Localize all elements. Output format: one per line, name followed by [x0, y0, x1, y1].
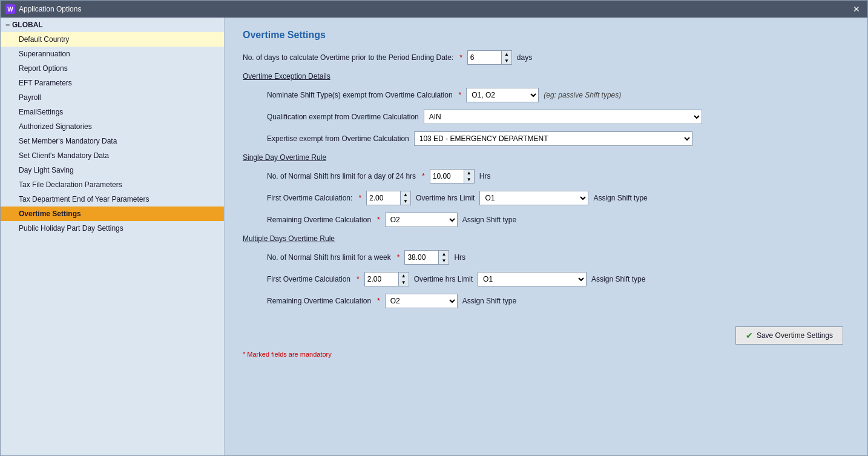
first-overtime-day-required: *: [358, 194, 361, 202]
first-overtime-day-decrement[interactable]: ▼: [401, 198, 410, 205]
normal-hrs-day-label: No. of Normal Shift hrs limit for a day …: [267, 172, 416, 180]
normal-hrs-week-increment[interactable]: ▲: [439, 251, 449, 257]
remaining-overtime-week-assign: Assign Shift type: [462, 297, 516, 305]
collapse-icon: −: [5, 21, 10, 29]
expertise-row: Expertise exempt from Overtime Calculati…: [243, 131, 849, 146]
days-required-marker: *: [459, 53, 462, 62]
remaining-overtime-day-label: Remaining Overtime Calculation: [267, 216, 371, 224]
days-decrement-button[interactable]: ▼: [502, 58, 511, 64]
sidebar-item-overtime-settings[interactable]: Overtime Settings: [1, 207, 224, 221]
first-overtime-day-limit-label: Overtime hrs Limit: [416, 194, 475, 202]
days-label: No. of days to calculate Overtime prior …: [243, 53, 453, 62]
first-overtime-day-increment[interactable]: ▲: [401, 191, 410, 198]
sidebar-item-set-members-mandatory[interactable]: Set Member's Mandatory Data: [1, 134, 224, 148]
sidebar-item-tax-dept-eoy[interactable]: Tax Department End of Year Parameters: [1, 192, 224, 207]
overtime-exception-title: Overtime Exception Details: [243, 72, 849, 81]
first-overtime-day-input[interactable]: 2.00: [367, 191, 400, 205]
save-button-label: Save Overtime Settings: [757, 331, 833, 340]
remaining-overtime-week-label: Remaining Overtime Calculation: [267, 297, 371, 305]
remaining-overtime-week-select[interactable]: O2: [385, 294, 458, 308]
first-overtime-day-row: First Overtime Calculation: * 2.00 ▲ ▼ O…: [243, 191, 849, 205]
first-overtime-week-spinner[interactable]: 2.00 ▲ ▼: [364, 272, 409, 286]
sidebar-item-default-country[interactable]: Default Country: [1, 32, 224, 47]
normal-hrs-day-row: No. of Normal Shift hrs limit for a day …: [243, 169, 849, 183]
sidebar: − GLOBAL Default Country Superannuation …: [1, 18, 225, 455]
first-overtime-week-spinner-buttons: ▲ ▼: [398, 273, 409, 286]
nominate-label: Nominate Shift Type(s) exempt from Overt…: [267, 91, 453, 99]
checkmark-icon: ✔: [746, 331, 753, 340]
sidebar-item-payroll[interactable]: Payroll: [1, 90, 224, 105]
normal-hrs-day-decrement[interactable]: ▼: [464, 176, 474, 183]
days-spinner-buttons: ▲ ▼: [501, 51, 511, 64]
nominate-select[interactable]: O1, O2: [466, 88, 539, 102]
sidebar-item-email-settings[interactable]: EmailSettings: [1, 105, 224, 119]
sidebar-item-authorized-signatories[interactable]: Authorized Signatories: [1, 119, 224, 134]
normal-hrs-day-input[interactable]: 10.00: [430, 170, 464, 183]
app-icon: W: [5, 4, 15, 14]
sidebar-item-day-light-saving[interactable]: Day Light Saving: [1, 163, 224, 177]
normal-hrs-day-unit: Hrs: [479, 172, 491, 180]
remaining-overtime-day-required: *: [377, 216, 380, 224]
first-overtime-day-spinner-buttons: ▲ ▼: [400, 191, 410, 205]
group-label: GLOBAL: [12, 21, 43, 29]
normal-hrs-day-spinner-buttons: ▲ ▼: [464, 170, 474, 183]
remaining-overtime-day-select[interactable]: O2: [385, 213, 458, 227]
qualification-label: Qualification exempt from Overtime Calcu…: [267, 113, 419, 121]
remaining-overtime-day-assign: Assign Shift type: [462, 216, 516, 224]
sidebar-item-public-holiday[interactable]: Public Holiday Part Day Settings: [1, 221, 224, 236]
sidebar-item-tax-file-declaration[interactable]: Tax File Declaration Parameters: [1, 177, 224, 192]
first-overtime-day-assign: Assign Shift type: [593, 194, 647, 202]
expertise-label: Expertise exempt from Overtime Calculati…: [267, 134, 409, 143]
normal-hrs-week-decrement[interactable]: ▼: [439, 257, 449, 264]
sidebar-group-global[interactable]: − GLOBAL: [1, 18, 224, 32]
normal-hrs-day-increment[interactable]: ▲: [464, 170, 474, 176]
save-button[interactable]: ✔ Save Overtime Settings: [735, 326, 843, 345]
days-spinner[interactable]: 6 ▲ ▼: [467, 50, 512, 65]
days-unit: days: [517, 53, 532, 62]
qualification-select[interactable]: AIN: [424, 110, 702, 124]
days-increment-button[interactable]: ▲: [502, 51, 511, 58]
first-overtime-week-decrement[interactable]: ▼: [399, 279, 409, 286]
first-overtime-day-spinner[interactable]: 2.00 ▲ ▼: [366, 191, 411, 205]
normal-hrs-day-required: *: [422, 172, 425, 180]
sidebar-item-report-options[interactable]: Report Options: [1, 61, 224, 76]
application-window: W Application Options ✕ − GLOBAL Default…: [0, 0, 868, 456]
single-day-title: Single Day Overtime Rule: [243, 153, 849, 162]
first-overtime-week-limit-label: Overtime hrs Limit: [414, 275, 473, 283]
normal-hrs-day-spinner[interactable]: 10.00 ▲ ▼: [430, 169, 475, 183]
normal-hrs-week-spinner[interactable]: 38.00 ▲ ▼: [404, 250, 449, 265]
page-title: Overtime Settings: [243, 30, 849, 41]
first-overtime-week-label: First Overtime Calculation: [267, 275, 350, 283]
normal-hrs-week-label: No. of Normal Shift hrs limit for a week: [267, 253, 391, 262]
days-input[interactable]: 6: [468, 51, 501, 64]
remaining-overtime-week-row: Remaining Overtime Calculation * O2 Assi…: [243, 294, 849, 308]
nominate-row: Nominate Shift Type(s) exempt from Overt…: [243, 88, 849, 102]
sidebar-item-set-clients-mandatory[interactable]: Set Client's Mandatory Data: [1, 148, 224, 163]
expertise-select[interactable]: 103 ED - EMERGENCY DEPARTMENT: [414, 131, 692, 146]
first-overtime-day-shift-select[interactable]: O1: [479, 191, 588, 205]
nominate-required-marker: *: [459, 91, 462, 99]
first-overtime-week-required: *: [357, 275, 360, 283]
close-button[interactable]: ✕: [850, 4, 863, 14]
remaining-overtime-week-required: *: [377, 297, 380, 305]
nominate-hint: (eg: passive Shift types): [544, 91, 621, 99]
content-area: − GLOBAL Default Country Superannuation …: [1, 18, 867, 455]
first-overtime-week-shift-select[interactable]: O1: [478, 272, 587, 286]
multiple-days-title: Multiple Days Overtime Rule: [243, 234, 849, 243]
sidebar-item-eft-parameters[interactable]: EFT Parameters: [1, 76, 224, 90]
normal-hrs-week-input[interactable]: 38.00: [405, 251, 438, 264]
sidebar-item-superannuation[interactable]: Superannuation: [1, 47, 224, 61]
mandatory-note: * Marked fields are mandatory: [243, 351, 849, 358]
normal-hrs-week-spinner-buttons: ▲ ▼: [438, 251, 449, 264]
qualification-row: Qualification exempt from Overtime Calcu…: [243, 110, 849, 124]
main-content: Overtime Settings No. of days to calcula…: [225, 18, 867, 455]
save-area: ✔ Save Overtime Settings: [243, 326, 849, 345]
titlebar: W Application Options ✕: [1, 1, 867, 18]
titlebar-left: W Application Options: [5, 4, 81, 14]
remaining-overtime-day-row: Remaining Overtime Calculation * O2 Assi…: [243, 213, 849, 227]
first-overtime-week-row: First Overtime Calculation * 2.00 ▲ ▼ Ov…: [243, 272, 849, 286]
first-overtime-week-increment[interactable]: ▲: [399, 273, 409, 279]
first-overtime-week-assign: Assign Shift type: [591, 275, 645, 283]
first-overtime-day-label: First Overtime Calculation:: [267, 194, 352, 202]
first-overtime-week-input[interactable]: 2.00: [365, 273, 398, 286]
